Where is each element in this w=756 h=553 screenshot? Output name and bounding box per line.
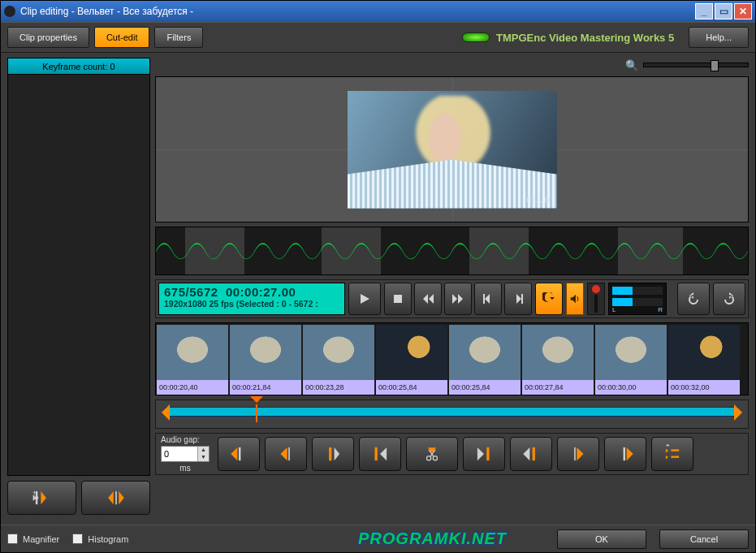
spin-up-icon[interactable]: ▲ — [197, 447, 209, 454]
svg-rect-2 — [483, 294, 485, 304]
undo-button[interactable] — [677, 283, 710, 315]
split-keyframe-button[interactable] — [81, 481, 150, 515]
tab-clip-properties[interactable]: Clip properties — [7, 27, 89, 48]
thumbnail-timecode: 00:00:30,00 — [595, 380, 667, 395]
step-fwd-button[interactable] — [504, 283, 532, 315]
set-in-button[interactable] — [312, 437, 354, 471]
svg-rect-3 — [521, 294, 523, 304]
edit-button-row: Audio gap: ▲▼ ms — [155, 433, 749, 475]
status-led-icon — [462, 32, 490, 42]
magnifier-label: Magnifier — [23, 534, 59, 544]
help-button[interactable]: Help... — [689, 27, 749, 48]
magnifier-checkbox[interactable]: Magnifier — [7, 534, 59, 544]
top-toolbar: Clip properties Cut-edit Filters TMPGEnc… — [1, 22, 755, 53]
thumbnail-image — [303, 325, 374, 380]
histogram-label: Histogram — [88, 534, 128, 544]
jump-out-button[interactable] — [463, 437, 505, 471]
brand-text: TMPGEnc Video Mastering Works 5 — [496, 32, 674, 44]
audio-gap-unit: ms — [179, 464, 190, 473]
spin-down-icon[interactable]: ▼ — [197, 454, 209, 461]
play-button[interactable] — [348, 283, 381, 315]
chapter-list-button[interactable] — [651, 437, 693, 471]
video-frame: ELLO — [348, 91, 557, 209]
tab-filters[interactable]: Filters — [154, 27, 203, 48]
svg-rect-1 — [394, 295, 402, 303]
audio-gap-control: Audio gap: ▲▼ ms — [161, 435, 210, 473]
search-icon: 🔍 — [625, 59, 638, 71]
thumbnail[interactable]: 00:00:21,84 — [229, 323, 302, 395]
add-keyframe-button[interactable]: + — [7, 481, 76, 515]
keyframe-panel: Keyframe count: 0 — [7, 58, 150, 476]
brand-label: TMPGEnc Video Mastering Works 5 — [462, 32, 674, 44]
histogram-checkbox[interactable]: Histogram — [72, 534, 128, 544]
tab-cut-edit[interactable]: Cut-edit — [94, 27, 150, 48]
thumbnail-image — [230, 325, 301, 380]
thumbnail-timecode: 00:00:21,84 — [230, 380, 301, 395]
titlebar: Clip editing - Вельвет - Все забудется -… — [1, 1, 755, 22]
svg-rect-12 — [624, 447, 625, 460]
meter-right-label: R — [658, 306, 663, 313]
audio-gap-spinbox[interactable]: ▲▼ — [161, 446, 210, 462]
svg-rect-4 — [239, 447, 240, 460]
thumbnail[interactable]: 00:00:23,28 — [302, 323, 375, 395]
close-button[interactable]: ✕ — [734, 3, 752, 19]
thumbnail[interactable]: 00:00:32,00 — [667, 323, 741, 395]
redo-button[interactable] — [713, 283, 745, 315]
audio-meter: L R — [608, 283, 667, 315]
zoom-slider[interactable] — [643, 63, 749, 67]
forward-button[interactable] — [444, 283, 472, 315]
clip-info: 1920x1080 25 fps (Selected : 0 - 5672 : — [164, 299, 339, 309]
svg-text:+: + — [32, 488, 37, 497]
audio-waveform[interactable] — [155, 227, 749, 275]
loop-button[interactable] — [535, 283, 563, 315]
timecode: 00:00:27.00 — [226, 285, 296, 299]
svg-rect-14 — [671, 456, 679, 457]
volume-slider[interactable] — [587, 283, 605, 315]
window-title: Clip editing - Вельвет - Все забудется - — [20, 6, 693, 17]
thumbnail[interactable]: 00:00:25,84 — [375, 323, 448, 395]
step-back-button[interactable] — [474, 283, 502, 315]
minimize-button[interactable]: _ — [695, 3, 713, 19]
svg-rect-10 — [533, 447, 535, 460]
keyframe-header: Keyframe count: 0 — [8, 58, 149, 75]
thumbnail[interactable]: 00:00:30,00 — [594, 323, 667, 395]
thumbnail[interactable]: 00:00:20,40 — [156, 323, 229, 395]
next-edit-button[interactable] — [604, 437, 646, 471]
thumbnail-timecode: 00:00:20,40 — [157, 380, 228, 395]
audio-gap-input[interactable] — [162, 447, 197, 460]
next-frame-button[interactable] — [557, 437, 599, 471]
svg-rect-11 — [574, 447, 576, 460]
video-preview[interactable]: ELLO — [155, 76, 749, 222]
preview-watermark: ELLO — [526, 196, 551, 204]
cut-button[interactable] — [406, 437, 458, 471]
rewind-button[interactable] — [414, 283, 442, 315]
ok-button[interactable]: OK — [557, 529, 646, 549]
svg-point-7 — [427, 456, 431, 460]
thumbnail-image — [522, 325, 594, 380]
thumbnail-timecode: 00:00:23,28 — [303, 380, 374, 395]
thumbnail-image — [449, 325, 521, 380]
jump-in-button[interactable] — [359, 437, 401, 471]
thumbnail-strip[interactable]: 00:00:20,4000:00:21,8400:00:23,2800:00:2… — [155, 322, 749, 395]
thumbnail-timecode: 00:00:27,84 — [522, 380, 594, 395]
thumbnail-timecode: 00:00:25,84 — [449, 380, 521, 395]
speaker-icon[interactable] — [566, 283, 584, 315]
meter-left-label: L — [612, 306, 616, 313]
svg-rect-9 — [486, 447, 489, 460]
site-watermark: PROGRAMKI.NET — [358, 529, 507, 548]
prev-edit-button[interactable] — [218, 437, 260, 471]
audio-gap-label: Audio gap: — [161, 435, 200, 444]
stop-button[interactable] — [384, 283, 412, 315]
frame-counter: 675/5672 — [164, 285, 218, 299]
set-out-button[interactable] — [510, 437, 552, 471]
thumbnail[interactable]: 00:00:27,84 — [521, 323, 594, 395]
thumbnail-image — [157, 325, 228, 380]
thumbnail[interactable]: 00:00:25,84 — [448, 323, 521, 395]
transport-panel: 675/5672 00:00:27.00 1920x1080 25 fps (S… — [155, 279, 749, 318]
range-selector[interactable] — [155, 400, 749, 429]
maximize-button[interactable]: ▭ — [715, 3, 732, 19]
thumbnail-timecode: 00:00:32,00 — [668, 380, 740, 395]
zoom-row: 🔍 — [155, 58, 749, 72]
prev-frame-button[interactable] — [265, 437, 307, 471]
cancel-button[interactable]: Cancel — [659, 529, 749, 549]
